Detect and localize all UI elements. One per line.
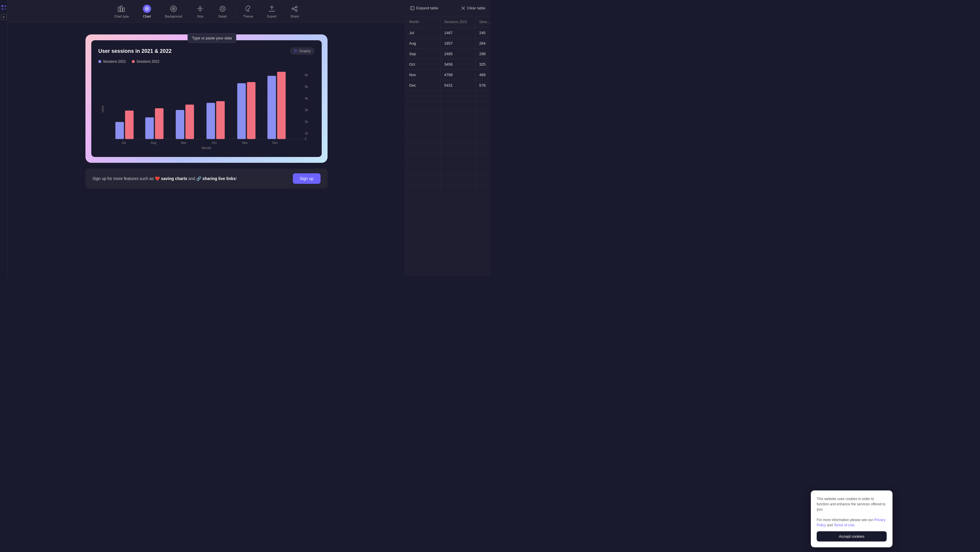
- svg-point-19: [292, 8, 294, 10]
- legend-dot-2022: [132, 60, 135, 63]
- background-icon: [169, 5, 178, 13]
- signup-text: Sign up for more features such as ❤️ sav…: [92, 176, 237, 181]
- main-content: Chart type Chart Background: [8, 0, 406, 276]
- bar-dec-2022: [277, 72, 286, 139]
- svg-text:5k: 5k: [305, 85, 308, 88]
- toolbar-chart-type[interactable]: Chart type: [107, 2, 136, 21]
- chart-title-row: User sessions in 2021 & 2022 Graphy: [98, 47, 315, 55]
- add-button[interactable]: +: [1, 14, 7, 20]
- size-label: Size: [197, 14, 203, 18]
- bar-oct-2022: [216, 101, 224, 139]
- legend-2021: Sessions 2021: [98, 59, 126, 64]
- chart-type-icon: [117, 5, 126, 13]
- data-table: Month Sessions 2021 Sess… Jul 1467 245 A…: [406, 16, 490, 276]
- chart-card: User sessions in 2021 & 2022 Graphy: [86, 34, 328, 163]
- size-icon: [196, 5, 204, 13]
- chart-svg-container: 6k 5k 4k 3k 2k: [98, 68, 315, 150]
- svg-text:Aug: Aug: [151, 141, 156, 145]
- chart-type-label: Chart type: [114, 14, 129, 18]
- table-row-empty[interactable]: [406, 101, 490, 112]
- table-row[interactable]: Nov 4789 489: [406, 70, 490, 80]
- legend-dot-2021: [98, 60, 101, 63]
- svg-rect-49: [410, 6, 414, 10]
- table-row-empty[interactable]: [406, 112, 490, 122]
- td-s2021-jul: 1467: [441, 28, 476, 38]
- table-header: Month Sessions 2021 Sess…: [406, 16, 490, 28]
- toolbar-detail[interactable]: Detail: [211, 2, 233, 21]
- toolbar-share[interactable]: Share: [283, 2, 306, 21]
- table-row[interactable]: Oct 3456 325: [406, 59, 490, 70]
- svg-text:Month: Month: [202, 146, 212, 150]
- bar-aug-2021: [145, 117, 154, 139]
- background-label: Background: [165, 14, 182, 18]
- col-sessions-2022: Sess…: [476, 16, 490, 27]
- graphy-label: Graphy: [299, 49, 310, 53]
- td-month-sep: Sep: [406, 49, 441, 59]
- svg-point-24: [296, 49, 297, 51]
- svg-text:Jul: Jul: [122, 141, 126, 145]
- table-row-empty[interactable]: [406, 133, 490, 143]
- chart-inner: User sessions in 2021 & 2022 Graphy: [91, 40, 322, 157]
- expand-table-button[interactable]: Expand table: [407, 3, 442, 13]
- detail-label: Detail: [218, 14, 226, 18]
- bar-dec-2021: [267, 76, 276, 139]
- td-s2021-sep: 2485: [441, 49, 476, 59]
- share-icon: [291, 5, 299, 13]
- svg-point-2: [2, 8, 3, 10]
- svg-point-18: [296, 6, 297, 8]
- table-row[interactable]: Sep 2485 298: [406, 49, 490, 59]
- bar-nov-2021: [237, 83, 246, 139]
- table-row-empty[interactable]: [406, 122, 490, 133]
- svg-line-21: [294, 7, 296, 8]
- clear-table-button[interactable]: Clear table: [458, 3, 489, 13]
- svg-rect-4: [118, 7, 120, 12]
- table-row-empty[interactable]: [406, 91, 490, 101]
- share-label: Share: [291, 14, 299, 18]
- table-row-empty[interactable]: [406, 143, 490, 154]
- col-sessions-2021: Sessions 2021: [441, 16, 476, 27]
- toolbar-export[interactable]: Export: [260, 2, 283, 21]
- table-row-empty[interactable]: [406, 185, 490, 196]
- toolbar-size[interactable]: Size: [189, 2, 211, 21]
- chart-title: User sessions in 2021 & 2022: [98, 48, 172, 54]
- td-month-jul: Jul: [406, 28, 441, 38]
- td-month-dec: Dec: [406, 80, 441, 91]
- td-s2022-jul: 245: [476, 28, 490, 38]
- expand-table-label: Expand table: [416, 6, 438, 10]
- toolbar-background[interactable]: Background: [158, 2, 189, 21]
- toolbar-theme[interactable]: Theme: [236, 2, 260, 21]
- bar-sep-2021: [176, 110, 185, 139]
- legend-2022: Sessions 2022: [132, 59, 159, 64]
- export-label: Export: [267, 14, 277, 18]
- svg-text:3k: 3k: [305, 108, 308, 112]
- td-s2022-sep: 298: [476, 49, 490, 59]
- table-row[interactable]: Aug 1857 264: [406, 38, 490, 49]
- table-row[interactable]: Dec 5431 578: [406, 80, 490, 91]
- svg-text:Oct: Oct: [212, 141, 217, 145]
- chart-svg: 6k 5k 4k 3k 2k: [98, 68, 315, 150]
- svg-point-16: [220, 6, 225, 11]
- svg-rect-5: [121, 6, 122, 12]
- table-row[interactable]: Jul 1467 245: [406, 28, 490, 38]
- left-sidebar: +: [0, 0, 8, 276]
- svg-point-1: [5, 5, 6, 7]
- svg-rect-6: [123, 8, 124, 12]
- clear-table-label: Clear table: [467, 6, 485, 10]
- export-icon: [268, 5, 276, 13]
- td-s2021-nov: 4789: [441, 70, 476, 80]
- toolbar-chart[interactable]: Chart: [136, 2, 158, 21]
- svg-point-3: [5, 8, 6, 10]
- svg-line-22: [294, 9, 296, 10]
- table-row-empty[interactable]: [406, 164, 490, 175]
- table-row-empty[interactable]: [406, 175, 490, 185]
- table-row-empty[interactable]: [406, 154, 490, 164]
- td-month-nov: Nov: [406, 70, 441, 80]
- svg-point-25: [294, 51, 296, 52]
- svg-point-8: [146, 8, 148, 10]
- signup-button[interactable]: Sign up: [293, 173, 321, 184]
- chart-icon: [143, 5, 151, 13]
- chart-legend: Sessions 2021 Sessions 2022: [98, 59, 315, 64]
- td-s2022-oct: 325: [476, 59, 490, 70]
- td-s2022-nov: 489: [476, 70, 490, 80]
- svg-point-11: [173, 8, 174, 10]
